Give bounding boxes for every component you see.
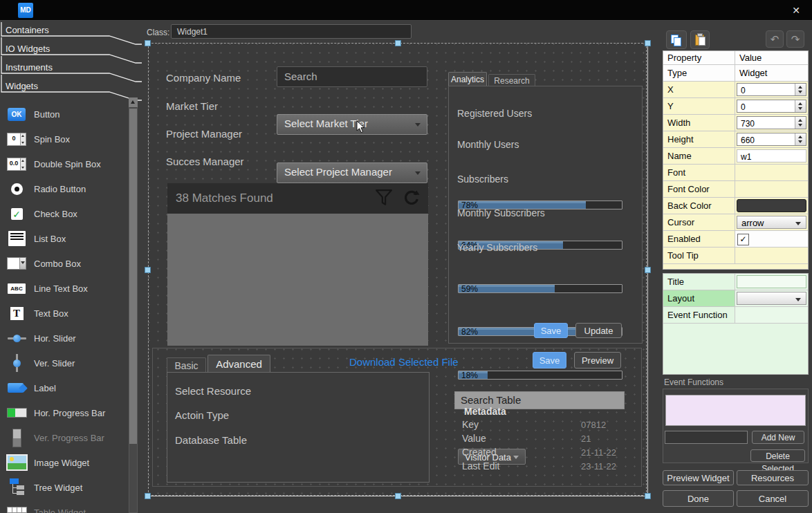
- sidebar-item-button[interactable]: OK Button: [4, 102, 127, 127]
- sidebar-item-check-box[interactable]: Check Box: [4, 201, 127, 226]
- paste-button[interactable]: [690, 30, 710, 49]
- preview-widget-button[interactable]: Preview Widget: [663, 470, 734, 485]
- meta-value-value: 21: [581, 433, 591, 444]
- sidebar-item-text-box[interactable]: T Text Box: [4, 301, 127, 326]
- prop-row-tooltip[interactable]: Tool Tip: [663, 248, 808, 264]
- selection-handle[interactable]: [395, 493, 401, 499]
- prop-row-event-function[interactable]: Event Function: [663, 307, 808, 324]
- matches-list[interactable]: [167, 214, 428, 346]
- sidebar-item-label: Ver. Progress Bar: [34, 433, 104, 443]
- sidebar-item-label-widget[interactable]: Label: [4, 375, 127, 400]
- x-spinner[interactable]: 0: [737, 83, 806, 96]
- selection-handle[interactable]: [645, 267, 651, 273]
- company-name-label: Company Name: [166, 72, 241, 84]
- selection-handle[interactable]: [145, 493, 151, 499]
- market-tier-dropdown[interactable]: Select Market Tier: [277, 114, 427, 135]
- copy-button[interactable]: [666, 30, 687, 49]
- meta-lastedit-label: Last Edit: [462, 460, 499, 472]
- sidebar-item-hor-slider[interactable]: Hor. Slider: [4, 326, 127, 351]
- layout-dropdown[interactable]: [737, 292, 806, 305]
- selection-handle[interactable]: [145, 40, 151, 46]
- selection-handle[interactable]: [395, 40, 401, 46]
- resources-button[interactable]: Resources: [737, 470, 809, 485]
- sidebar-item-spin-box[interactable]: 0 Spin Box: [4, 127, 127, 151]
- hor-slider-icon: [4, 333, 29, 344]
- sidebar-item-label: List Box: [34, 234, 66, 244]
- tab-basic[interactable]: Basic: [167, 357, 206, 373]
- redo-icon[interactable]: ↷: [786, 30, 804, 48]
- height-spinner[interactable]: 660: [737, 133, 806, 146]
- cursor-dropdown[interactable]: arrow: [737, 216, 806, 229]
- sidebar-section-instruments[interactable]: Instruments: [6, 62, 53, 73]
- prop-row-font-color[interactable]: Font Color: [663, 181, 808, 198]
- title-input[interactable]: [737, 275, 806, 288]
- sidebar-item-ver-slider[interactable]: Ver. Slider: [4, 351, 127, 375]
- spinner-arrows-icon[interactable]: [795, 133, 806, 145]
- project-manager-dropdown[interactable]: Select Project Manager: [277, 162, 427, 183]
- sidebar-item-image-widget[interactable]: Image Widget: [4, 450, 127, 475]
- delete-selected-button[interactable]: Delete Selected: [750, 449, 805, 462]
- scrollbar-thumb[interactable]: [129, 109, 137, 444]
- back-color-swatch[interactable]: [737, 199, 806, 212]
- name-input[interactable]: w1: [737, 149, 806, 162]
- download-selected-file-link[interactable]: Download Selected File: [349, 356, 459, 368]
- refresh-icon[interactable]: [402, 189, 420, 207]
- spin-box-icon: 0: [4, 133, 29, 146]
- spinner-arrows-icon[interactable]: [795, 117, 806, 129]
- sidebar-item-double-spin-box[interactable]: 0.0 Double Spin Box: [4, 151, 127, 176]
- event-functions-list[interactable]: [665, 395, 806, 426]
- prop-row-enabled: Enabled ✓: [663, 231, 808, 248]
- add-new-button[interactable]: Add New: [752, 431, 804, 444]
- sidebar-item-hor-progress-bar[interactable]: Hor. Progress Bar: [4, 400, 127, 425]
- close-icon[interactable]: ✕: [787, 3, 805, 17]
- meta-created-value: 21-11-22: [581, 447, 616, 458]
- sidebar-item-combo-box[interactable]: Combo Box: [4, 251, 127, 276]
- tab-analytics[interactable]: Analytics: [448, 72, 487, 86]
- meta-key-value: 07812: [581, 420, 606, 430]
- selection-handle[interactable]: [645, 40, 651, 46]
- done-button[interactable]: Done: [663, 490, 734, 507]
- meta-lastedit-value: 23-11-22: [581, 461, 616, 472]
- undo-icon[interactable]: ↶: [766, 30, 784, 48]
- sidebar-item-line-text-box[interactable]: ABC Line Text Box: [4, 276, 127, 301]
- spinner-arrows-icon[interactable]: [795, 100, 806, 112]
- project-manager-label: Project Manager: [166, 128, 242, 140]
- spinner-arrows-icon[interactable]: [795, 84, 806, 95]
- sidebar-item-radio-button[interactable]: Radio Button: [4, 176, 127, 201]
- prop-row-y: Y 0: [663, 98, 808, 115]
- sidebar-item-tree-widget[interactable]: Tree Widget: [4, 475, 127, 500]
- prop-row-layout: Layout: [663, 290, 808, 307]
- tab-research[interactable]: Research: [488, 74, 535, 86]
- class-input[interactable]: Widget1: [171, 24, 412, 39]
- company-search-input[interactable]: Search: [277, 66, 427, 87]
- sidebar-section-widgets[interactable]: Widgets: [6, 81, 38, 92]
- event-function-input[interactable]: [665, 431, 748, 444]
- analytics-save-button[interactable]: Save: [534, 323, 568, 338]
- tab-advanced[interactable]: Advanced: [207, 355, 270, 373]
- sidebar-item-label: Ver. Slider: [34, 358, 75, 369]
- bottom-save-button[interactable]: Save: [533, 352, 566, 369]
- scroll-up-icon[interactable]: [129, 97, 138, 107]
- property-table-header: Property Value: [663, 51, 808, 65]
- sidebar-item-ver-progress-bar[interactable]: Ver. Progress Bar: [4, 425, 127, 450]
- filter-icon[interactable]: [375, 188, 393, 207]
- selection-handle[interactable]: [145, 267, 151, 273]
- preview-button[interactable]: Preview: [574, 352, 621, 369]
- prop-type-value: Widget: [735, 65, 808, 81]
- sidebar-item-list-box[interactable]: List Box: [4, 226, 127, 251]
- y-spinner[interactable]: 0: [737, 100, 806, 113]
- cancel-button[interactable]: Cancel: [737, 490, 809, 507]
- enabled-checkbox[interactable]: ✓: [737, 234, 749, 245]
- prop-row-back-color: Back Color: [663, 198, 808, 214]
- selection-handle[interactable]: [645, 493, 651, 499]
- prop-row-font[interactable]: Font: [663, 165, 808, 181]
- subscribers-progress: 59%: [458, 284, 622, 293]
- prop-row-title: Title: [663, 274, 808, 290]
- width-spinner[interactable]: 730: [737, 116, 806, 129]
- update-button[interactable]: Update: [575, 323, 622, 338]
- sidebar-section-io-widgets[interactable]: IO Widgets: [6, 44, 50, 55]
- sidebar-item-label: Table Widget: [34, 507, 86, 513]
- sidebar-section-containers[interactable]: Containers: [6, 25, 49, 36]
- class-label: Class:: [147, 28, 169, 37]
- sidebar-item-table-widget[interactable]: Table Widget: [4, 500, 127, 513]
